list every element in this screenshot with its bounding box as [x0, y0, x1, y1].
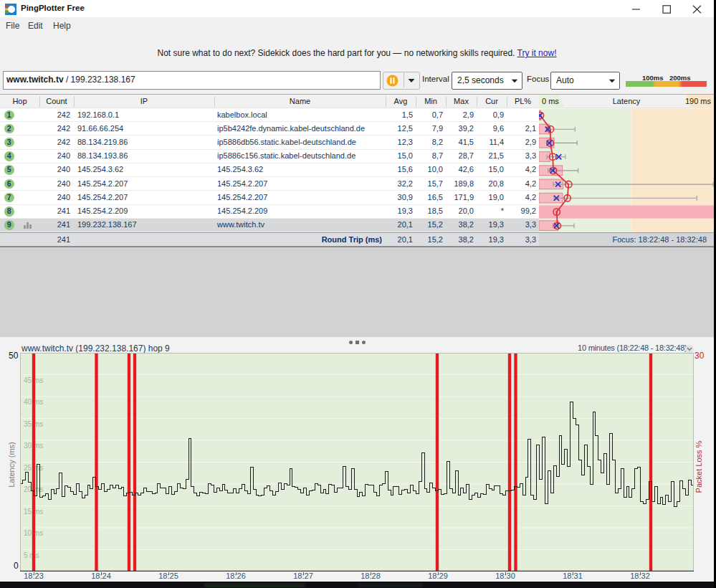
svg-text:5 ms: 5 ms [24, 551, 39, 559]
